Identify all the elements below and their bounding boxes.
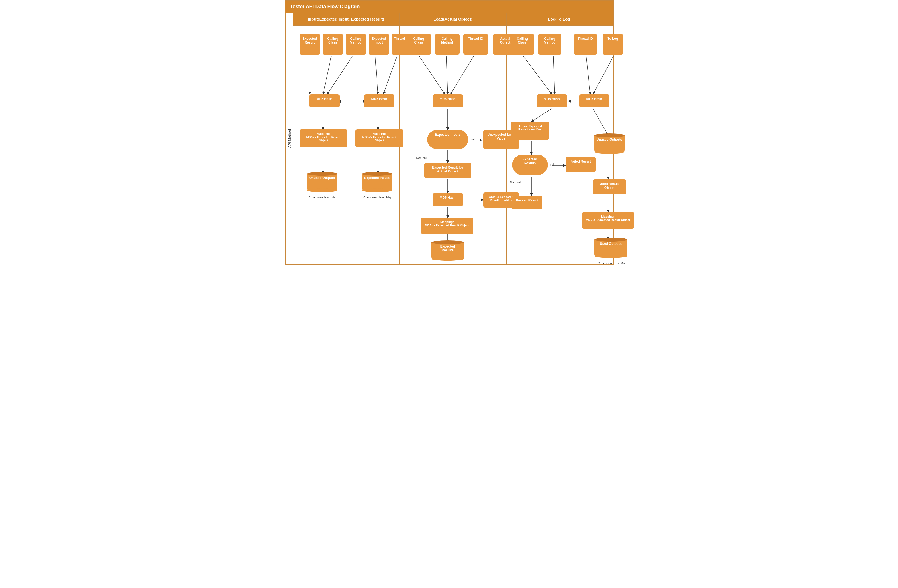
svg-line-3	[375, 56, 378, 94]
page-wrapper: Tester API Data Flow Diagram API Method …	[285, 0, 614, 265]
box-md5-left: MD5 Hash	[309, 94, 340, 108]
log-section: CallingClass CallingMethod Thread ID To …	[509, 31, 610, 256]
box-calling-class-1: CallingClass	[323, 34, 343, 55]
box-expected-input: ExpectedInput	[369, 34, 389, 55]
box-expected-result-actual: Expected Result forActual Object	[424, 163, 471, 178]
box-expected-results-log: ExpectedResults	[512, 155, 548, 175]
cylinder-unused-outputs: Unused Outputs	[307, 174, 337, 190]
cylinder-expected-results: ExpectedResults	[431, 242, 464, 259]
box-thread-id-2: Thread ID	[463, 34, 488, 55]
box-calling-class-3: CallingClass	[511, 34, 534, 55]
svg-line-1	[323, 56, 331, 94]
input-section: ExpectedResult CallingClass CallingMetho…	[296, 31, 397, 256]
svg-line-25	[523, 56, 552, 94]
cylinder-unused-outputs-log: Unused Outputs	[594, 135, 624, 152]
label-concurrent-2: Concurrent HashMap	[356, 196, 400, 199]
columns-body: ExpectedResult CallingClass CallingMetho…	[293, 26, 613, 264]
label-null-2: null	[550, 163, 555, 166]
box-used-result-object: Used Result Object	[593, 179, 626, 194]
svg-line-30	[531, 109, 552, 122]
columns-area: Input(Expected Input, Expected Result) L…	[293, 13, 613, 264]
svg-line-28	[593, 56, 614, 94]
box-passed-result: Passed Result	[512, 196, 542, 209]
box-expected-inputs-load: Expected Inputs	[427, 130, 468, 149]
column-headers: Input(Expected Input, Expected Result) L…	[293, 13, 613, 26]
box-failed-result: Failed Result	[566, 157, 596, 172]
box-md5-right: MD5 Hash	[364, 94, 394, 108]
col-log: CallingClass CallingMethod Thread ID To …	[507, 26, 613, 264]
api-method-label: API Method	[285, 13, 293, 264]
col-input: ExpectedResult CallingClass CallingMetho…	[293, 26, 400, 264]
label-concurrent-4: Concurrent HashMap	[589, 262, 635, 265]
box-calling-method-1: CallingMethod	[346, 34, 366, 55]
cylinder-expected-inputs-1: Expected Inputs	[362, 174, 392, 190]
label-nonnull-1: Non-null	[416, 156, 427, 160]
box-thread-id-3: Thread ID	[574, 34, 597, 55]
box-to-log: To Log	[603, 34, 623, 55]
svg-line-26	[553, 56, 555, 94]
box-mapping-load: Mapping:MD5 -> Expected Result Object	[421, 218, 473, 234]
svg-line-14	[446, 56, 448, 94]
box-log-md5-right: MD5 Hash	[579, 94, 609, 108]
label-nonnull-2: Non-null	[510, 181, 521, 184]
box-calling-class-2: CallingClass	[406, 34, 431, 55]
box-calling-method-3: CallingMethod	[538, 34, 561, 55]
svg-line-2	[327, 56, 353, 94]
col-header-input: Input(Expected Input, Expected Result)	[293, 13, 400, 25]
main-content: API Method Input(Expected Input, Expecte…	[285, 13, 613, 264]
cylinder-used-outputs: Used Outputs	[594, 240, 627, 256]
box-load-md5: MD5 Hash	[433, 94, 463, 108]
box-mapping-left: Mapping:MD5 -> Expected Result Object	[300, 129, 348, 147]
col-header-log: Log(To Log)	[507, 13, 613, 25]
box-mapping-right: Mapping:MD5 -> Expected Result Object	[355, 129, 403, 147]
page-title: Tester API Data Flow Diagram	[290, 4, 360, 9]
svg-line-13	[419, 56, 445, 94]
svg-line-31	[593, 109, 608, 135]
label-concurrent-3: Concurrent HashMap	[424, 264, 471, 265]
box-mapping-log: Mapping:MD5 -> Expected Result Object	[582, 212, 634, 229]
box-log-md5-left: MD5 Hash	[537, 94, 567, 108]
box-calling-method-2: CallingMethod	[435, 34, 460, 55]
svg-line-27	[586, 56, 590, 94]
box-load-md5-lower: MD5 Hash	[433, 193, 463, 206]
svg-line-4	[383, 56, 397, 94]
col-header-load: Load(Actual Object)	[400, 13, 507, 25]
label-null-1: null	[471, 138, 475, 141]
box-unique-id-log: Unique ExpectedResult Identifier	[511, 122, 549, 140]
title-bar: Tester API Data Flow Diagram	[285, 0, 613, 13]
load-section: CallingClass CallingMethod Thread ID Act…	[403, 31, 503, 256]
svg-line-15	[451, 56, 474, 94]
label-concurrent-1: Concurrent HashMap	[301, 196, 345, 199]
box-expected-result: ExpectedResult	[300, 34, 320, 55]
col-load: CallingClass CallingMethod Thread ID Act…	[400, 26, 507, 264]
